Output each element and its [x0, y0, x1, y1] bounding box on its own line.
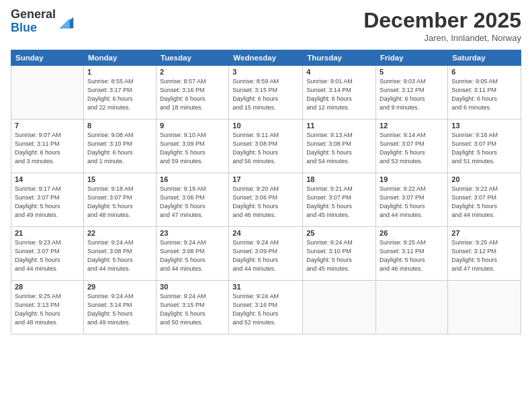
svg-marker-1: [60, 18, 70, 28]
day-number: 16: [160, 175, 225, 183]
day-info: Sunrise: 9:24 AMSunset: 3:16 PMDaylight:…: [232, 292, 299, 327]
day-info: Sunrise: 9:25 AMSunset: 3:12 PMDaylight:…: [451, 238, 517, 273]
table-row: 15Sunrise: 9:18 AMSunset: 3:07 PMDayligh…: [83, 173, 156, 227]
logo: General Blue: [11, 8, 76, 35]
col-wednesday: Wednesday: [229, 50, 303, 66]
day-number: 24: [232, 229, 299, 237]
calendar-header-row: Sunday Monday Tuesday Wednesday Thursday…: [11, 50, 521, 66]
day-number: 29: [87, 283, 152, 291]
table-row: 19Sunrise: 9:22 AMSunset: 3:07 PMDayligh…: [376, 173, 448, 227]
day-number: 8: [87, 122, 152, 130]
table-row: 25Sunrise: 9:24 AMSunset: 3:10 PMDayligh…: [303, 227, 376, 281]
day-info: Sunrise: 9:17 AMSunset: 3:07 PMDaylight:…: [15, 185, 80, 220]
day-number: 26: [380, 229, 444, 237]
table-row: 5Sunrise: 9:03 AMSunset: 3:12 PMDaylight…: [376, 66, 448, 120]
table-row: 30Sunrise: 9:24 AMSunset: 3:15 PMDayligh…: [157, 281, 229, 334]
table-row: 10Sunrise: 9:11 AMSunset: 3:08 PMDayligh…: [229, 120, 303, 173]
table-row: [376, 281, 448, 334]
col-thursday: Thursday: [303, 50, 376, 66]
day-info: Sunrise: 9:24 AMSunset: 3:14 PMDaylight:…: [87, 292, 152, 327]
logo-blue: Blue: [11, 21, 37, 34]
table-row: 27Sunrise: 9:25 AMSunset: 3:12 PMDayligh…: [448, 227, 521, 281]
table-row: [303, 281, 376, 334]
day-number: 7: [15, 122, 80, 130]
day-info: Sunrise: 9:24 AMSunset: 3:15 PMDaylight:…: [160, 292, 225, 327]
location: Jaren, Innlandet, Norway: [363, 33, 521, 43]
table-row: 8Sunrise: 9:08 AMSunset: 3:10 PMDaylight…: [83, 120, 156, 173]
col-monday: Monday: [83, 50, 156, 66]
day-number: 13: [451, 122, 517, 130]
day-number: 5: [380, 68, 444, 76]
calendar-week-row: 28Sunrise: 9:25 AMSunset: 3:13 PMDayligh…: [11, 281, 521, 334]
table-row: 6Sunrise: 9:05 AMSunset: 3:11 PMDaylight…: [448, 66, 521, 120]
day-number: 23: [160, 229, 225, 237]
day-info: Sunrise: 9:24 AMSunset: 3:09 PMDaylight:…: [232, 238, 299, 273]
day-number: 25: [306, 229, 372, 237]
table-row: 12Sunrise: 9:14 AMSunset: 3:07 PMDayligh…: [376, 120, 448, 173]
day-number: 3: [232, 68, 299, 76]
calendar-week-row: 21Sunrise: 9:23 AMSunset: 3:07 PMDayligh…: [11, 227, 521, 281]
table-row: [448, 281, 521, 334]
day-info: Sunrise: 8:59 AMSunset: 3:15 PMDaylight:…: [232, 77, 299, 112]
table-row: 28Sunrise: 9:25 AMSunset: 3:13 PMDayligh…: [11, 281, 84, 334]
col-saturday: Saturday: [448, 50, 521, 66]
col-sunday: Sunday: [11, 50, 84, 66]
table-row: 9Sunrise: 9:10 AMSunset: 3:09 PMDaylight…: [157, 120, 229, 173]
day-info: Sunrise: 8:57 AMSunset: 3:16 PMDaylight:…: [160, 77, 225, 112]
day-number: 6: [451, 68, 517, 76]
calendar-week-row: 14Sunrise: 9:17 AMSunset: 3:07 PMDayligh…: [11, 173, 521, 227]
table-row: 21Sunrise: 9:23 AMSunset: 3:07 PMDayligh…: [11, 227, 84, 281]
table-row: 20Sunrise: 9:22 AMSunset: 3:07 PMDayligh…: [448, 173, 521, 227]
day-number: 31: [232, 283, 299, 291]
table-row: 1Sunrise: 8:55 AMSunset: 3:17 PMDaylight…: [83, 66, 156, 120]
table-row: [11, 66, 84, 120]
logo-general: General: [11, 7, 56, 21]
table-row: 17Sunrise: 9:20 AMSunset: 3:06 PMDayligh…: [229, 173, 303, 227]
day-number: 20: [451, 175, 517, 183]
day-info: Sunrise: 9:19 AMSunset: 3:06 PMDaylight:…: [160, 185, 225, 220]
table-row: 4Sunrise: 9:01 AMSunset: 3:14 PMDaylight…: [303, 66, 376, 120]
col-tuesday: Tuesday: [157, 50, 229, 66]
day-number: 4: [306, 68, 372, 76]
day-info: Sunrise: 9:25 AMSunset: 3:11 PMDaylight:…: [380, 238, 444, 273]
logo-icon: [57, 12, 76, 31]
day-info: Sunrise: 9:07 AMSunset: 3:11 PMDaylight:…: [15, 131, 80, 166]
day-info: Sunrise: 9:11 AMSunset: 3:08 PMDaylight:…: [232, 131, 299, 166]
header: General Blue December 2025 Jaren, Innlan…: [11, 8, 521, 43]
title-area: December 2025 Jaren, Innlandet, Norway: [363, 8, 521, 43]
day-number: 18: [306, 175, 372, 183]
day-info: Sunrise: 9:21 AMSunset: 3:07 PMDaylight:…: [306, 185, 372, 220]
day-info: Sunrise: 9:25 AMSunset: 3:13 PMDaylight:…: [15, 292, 80, 327]
day-info: Sunrise: 9:24 AMSunset: 3:10 PMDaylight:…: [306, 238, 372, 273]
day-info: Sunrise: 9:13 AMSunset: 3:08 PMDaylight:…: [306, 131, 372, 166]
day-number: 17: [232, 175, 299, 183]
table-row: 29Sunrise: 9:24 AMSunset: 3:14 PMDayligh…: [83, 281, 156, 334]
logo-text: General Blue: [11, 8, 56, 35]
table-row: 2Sunrise: 8:57 AMSunset: 3:16 PMDaylight…: [157, 66, 229, 120]
day-number: 30: [160, 283, 225, 291]
calendar-week-row: 1Sunrise: 8:55 AMSunset: 3:17 PMDaylight…: [11, 66, 521, 120]
table-row: 22Sunrise: 9:24 AMSunset: 3:08 PMDayligh…: [83, 227, 156, 281]
day-number: 11: [306, 122, 372, 130]
table-row: 13Sunrise: 9:16 AMSunset: 3:07 PMDayligh…: [448, 120, 521, 173]
table-row: 18Sunrise: 9:21 AMSunset: 3:07 PMDayligh…: [303, 173, 376, 227]
day-info: Sunrise: 9:23 AMSunset: 3:07 PMDaylight:…: [15, 238, 80, 273]
day-info: Sunrise: 9:24 AMSunset: 3:08 PMDaylight:…: [160, 238, 225, 273]
table-row: 11Sunrise: 9:13 AMSunset: 3:08 PMDayligh…: [303, 120, 376, 173]
day-number: 21: [15, 229, 80, 237]
day-number: 15: [87, 175, 152, 183]
day-info: Sunrise: 9:18 AMSunset: 3:07 PMDaylight:…: [87, 185, 152, 220]
day-info: Sunrise: 9:03 AMSunset: 3:12 PMDaylight:…: [380, 77, 444, 112]
table-row: 7Sunrise: 9:07 AMSunset: 3:11 PMDaylight…: [11, 120, 84, 173]
day-number: 27: [451, 229, 517, 237]
day-info: Sunrise: 9:22 AMSunset: 3:07 PMDaylight:…: [451, 185, 517, 220]
calendar-table: Sunday Monday Tuesday Wednesday Thursday…: [11, 50, 521, 334]
table-row: 3Sunrise: 8:59 AMSunset: 3:15 PMDaylight…: [229, 66, 303, 120]
table-row: 24Sunrise: 9:24 AMSunset: 3:09 PMDayligh…: [229, 227, 303, 281]
day-number: 9: [160, 122, 225, 130]
day-info: Sunrise: 9:08 AMSunset: 3:10 PMDaylight:…: [87, 131, 152, 166]
day-info: Sunrise: 9:16 AMSunset: 3:07 PMDaylight:…: [451, 131, 517, 166]
day-info: Sunrise: 9:01 AMSunset: 3:14 PMDaylight:…: [306, 77, 372, 112]
table-row: 16Sunrise: 9:19 AMSunset: 3:06 PMDayligh…: [157, 173, 229, 227]
day-info: Sunrise: 9:24 AMSunset: 3:08 PMDaylight:…: [87, 238, 152, 273]
